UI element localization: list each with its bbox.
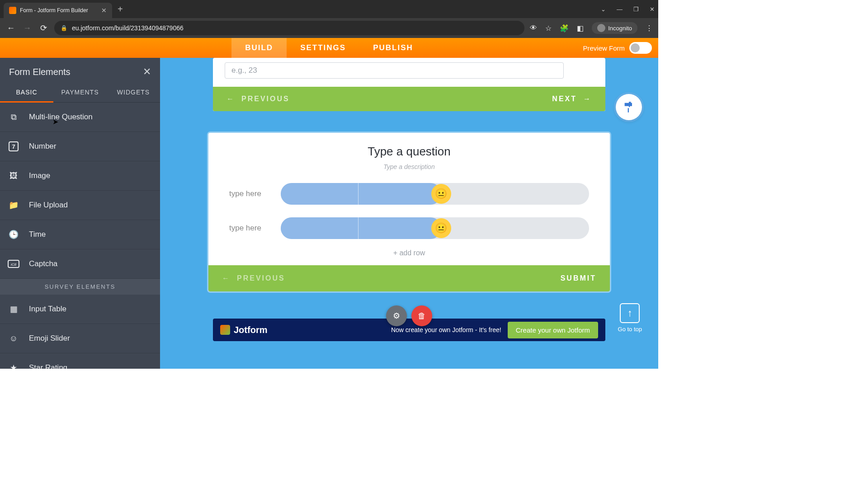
slider-tick (358, 217, 359, 239)
element-star-rating[interactable]: ★ Star Rating (0, 353, 160, 369)
gear-icon: ⚙ (393, 311, 400, 321)
element-multiline-question[interactable]: ⧉ Multi-line Question (0, 103, 160, 132)
window-controls: ⌄ ― ❐ ✕ (601, 6, 655, 13)
tab-title: Form - Jotform Form Builder (20, 7, 88, 14)
form-page-card-2[interactable]: Type a question Type a description type … (208, 133, 610, 291)
element-number[interactable]: 7 Number (0, 132, 160, 161)
logo-icon (220, 325, 230, 335)
emoji-slider-row[interactable]: type here (217, 183, 601, 205)
row-label-input[interactable]: type here (229, 224, 273, 233)
extensions-icon[interactable]: 🧩 (560, 24, 569, 33)
eye-off-icon[interactable]: 👁 (530, 24, 537, 32)
sidebar-tab-widgets[interactable]: WIDGETS (107, 82, 160, 102)
upload-icon: 📁 (7, 199, 20, 211)
table-icon: ▦ (7, 303, 20, 315)
arrow-right-icon: → (583, 95, 592, 103)
app-header: BUILD SETTINGS PUBLISH Preview Form (0, 38, 658, 58)
element-settings-button[interactable]: ⚙ (386, 305, 407, 326)
maximize-button[interactable]: ❐ (633, 6, 639, 13)
question-title[interactable]: Type a question (217, 145, 601, 159)
preview-form-toggle[interactable]: Preview Form (583, 42, 652, 54)
multiline-icon: ⧉ (7, 111, 20, 123)
slider-tick (358, 183, 359, 205)
tab-settings[interactable]: SETTINGS (287, 38, 359, 58)
slider-emoji-handle[interactable] (431, 184, 451, 204)
incognito-badge[interactable]: Incognito (592, 22, 637, 34)
tabs-dropdown-icon[interactable]: ⌄ (601, 6, 606, 13)
number-icon: 7 (7, 140, 20, 153)
arrow-up-icon: ↑ (627, 307, 632, 319)
sidebar-title: Form Elements (9, 67, 71, 77)
element-image[interactable]: 🖼 Image (0, 161, 160, 191)
page-nav-bar: ← PREVIOUS NEXT → (213, 87, 605, 111)
back-button[interactable]: ← (5, 23, 16, 33)
reload-button[interactable]: ⟳ (38, 23, 49, 33)
sidebar-tab-basic[interactable]: BASIC (0, 82, 53, 102)
add-row-button[interactable]: + add row (217, 249, 601, 257)
slider-fill (281, 217, 441, 239)
form-designer-button[interactable] (616, 94, 642, 120)
tab-build[interactable]: BUILD (231, 38, 287, 58)
emoji-icon: ☺ (7, 332, 20, 345)
browser-toolbar: ← → ⟳ 🔒 eu.jotform.com/build/23139409487… (0, 18, 658, 38)
minimize-button[interactable]: ― (617, 6, 623, 13)
slider-emoji-handle[interactable] (431, 218, 451, 238)
element-time[interactable]: 🕒 Time (0, 220, 160, 249)
arrow-left-icon: ← (226, 95, 235, 103)
svg-text:iC8: iC8 (11, 263, 17, 267)
address-bar[interactable]: 🔒 eu.jotform.com/build/231394094879066 (54, 21, 524, 35)
number-input-preview[interactable]: e.g., 23 (225, 62, 564, 79)
menu-icon[interactable]: ⋮ (646, 24, 653, 33)
element-action-buttons: ⚙ 🗑 (386, 305, 432, 326)
url-text: eu.jotform.com/build/231394094879066 (72, 24, 184, 32)
browser-tab-strip: Form - Jotform Form Builder ✕ + ⌄ ― ❐ ✕ (0, 0, 658, 18)
slider-track[interactable] (281, 217, 589, 239)
slider-fill (281, 183, 441, 205)
browser-tab[interactable]: Form - Jotform Form Builder ✕ (4, 3, 112, 18)
clock-icon: 🕒 (7, 228, 20, 241)
question-description[interactable]: Type a description (217, 163, 601, 170)
star-icon: ★ (7, 361, 20, 369)
promo-cta-button[interactable]: Create your own Jotform (508, 322, 598, 338)
new-tab-button[interactable]: + (118, 4, 123, 14)
form-canvas: e.g., 23 ← PREVIOUS NEXT → Type a questi… (160, 58, 658, 369)
page-nav-bar-2: ← PREVIOUS SUBMIT (208, 265, 610, 291)
close-tab-icon[interactable]: ✕ (101, 7, 107, 14)
form-elements-sidebar: Form Elements ✕ BASIC PAYMENTS WIDGETS ⧉… (0, 58, 160, 369)
element-file-upload[interactable]: 📁 File Upload (0, 191, 160, 220)
close-window-button[interactable]: ✕ (650, 6, 655, 13)
toggle-switch[interactable] (629, 42, 652, 54)
element-emoji-slider[interactable]: ☺ Emoji Slider (0, 324, 160, 353)
tab-publish[interactable]: PUBLISH (359, 38, 427, 58)
slider-track[interactable] (281, 183, 589, 205)
captcha-icon: iC8 (7, 258, 20, 270)
section-header-survey: SURVEY ELEMENTS (0, 279, 160, 295)
next-button[interactable]: NEXT → (552, 95, 592, 103)
favicon-icon (9, 7, 16, 14)
elements-list[interactable]: ⧉ Multi-line Question 7 Number 🖼 Image 📁… (0, 103, 160, 369)
image-icon: 🖼 (7, 169, 20, 182)
element-input-table[interactable]: ▦ Input Table (0, 295, 160, 324)
form-page-card-1[interactable]: e.g., 23 ← PREVIOUS NEXT → (213, 58, 605, 111)
jotform-logo: Jotform (220, 325, 267, 335)
paint-roller-icon (623, 101, 635, 113)
svg-text:7: 7 (12, 143, 15, 150)
trash-icon: 🗑 (418, 311, 426, 321)
go-to-top-button[interactable]: ↑ Go to top (618, 303, 642, 333)
previous-button[interactable]: ← PREVIOUS (222, 274, 285, 282)
sidebar-tab-payments[interactable]: PAYMENTS (53, 82, 107, 102)
emoji-slider-row[interactable]: type here (217, 217, 601, 239)
submit-button[interactable]: SUBMIT (561, 274, 596, 282)
element-delete-button[interactable]: 🗑 (411, 305, 432, 326)
close-sidebar-button[interactable]: ✕ (143, 66, 151, 78)
arrow-left-icon: ← (222, 274, 231, 282)
element-captcha[interactable]: iC8 Captcha (0, 249, 160, 279)
promo-text: Now create your own Jotform - It's free! (391, 326, 501, 333)
row-label-input[interactable]: type here (229, 189, 273, 198)
forward-button[interactable]: → (22, 23, 33, 33)
previous-button[interactable]: ← PREVIOUS (226, 95, 290, 103)
lock-icon: 🔒 (61, 25, 67, 31)
side-panel-icon[interactable]: ◧ (577, 24, 584, 33)
bookmark-star-icon[interactable]: ☆ (545, 24, 552, 33)
incognito-icon (597, 24, 605, 32)
